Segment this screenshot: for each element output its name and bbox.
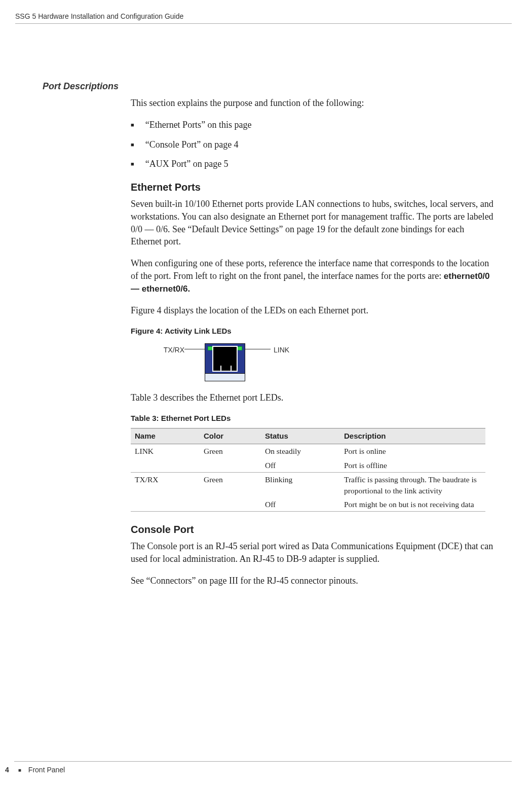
ethernet-p2: When configuring one of these ports, ref… — [131, 257, 496, 295]
bullet-text: “Ethernet Ports” on this page — [145, 119, 252, 131]
table-row: Off Port is offline — [131, 458, 485, 473]
page-footer: 4 ■ Front Panel — [5, 761, 512, 774]
ethernet-p2-pre: When configuring one of these ports, ref… — [131, 258, 489, 281]
bullet-text: “AUX Port” on page 5 — [145, 158, 229, 170]
ethernet-p1: Seven built-in 10/100 Ethernet ports pro… — [131, 198, 496, 248]
console-p2: See “Connectors” on page III for the RJ-… — [131, 575, 496, 587]
list-item: ■ “AUX Port” on page 5 — [131, 158, 496, 170]
bullet-icon: ■ — [131, 160, 134, 170]
bullet-icon: ■ — [131, 141, 134, 151]
page-number: 4 — [5, 766, 9, 774]
rj45-port-icon — [205, 343, 245, 381]
ethernet-p4: Table 3 describes the Ethernet port LEDs… — [131, 391, 496, 404]
ethernet-led-table: Name Color Status Description LINK Green… — [131, 428, 485, 512]
cell-empty — [131, 497, 200, 512]
th-status: Status — [261, 428, 340, 444]
cell-desc: Port might be on but is not receiving da… — [340, 497, 485, 512]
bullet-list: ■ “Ethernet Ports” on this page ■ “Conso… — [131, 119, 496, 170]
cell-name: LINK — [131, 444, 200, 458]
figure-line-right — [245, 349, 271, 349]
table-row: TX/RX Green Blinking Traffic is passing … — [131, 473, 485, 497]
cell-empty — [200, 458, 261, 473]
cell-status: Off — [261, 497, 340, 512]
section-heading: Port Descriptions — [43, 81, 499, 92]
th-name: Name — [131, 428, 200, 444]
figure-caption: Figure 4: Activity Link LEDs — [131, 326, 496, 337]
ethernet-p3: Figure 4 displays the location of the LE… — [131, 304, 496, 317]
list-item: ■ “Ethernet Ports” on this page — [131, 119, 496, 131]
console-heading: Console Port — [131, 523, 496, 537]
intro-text: This section explains the purpose and fu… — [131, 97, 496, 110]
table-header-row: Name Color Status Description — [131, 428, 485, 444]
figure-line-left — [184, 349, 205, 349]
th-description: Description — [340, 428, 485, 444]
cell-name: TX/RX — [131, 473, 200, 497]
footer-section: Front Panel — [28, 766, 65, 774]
figure-4: TX/RX LINK — [161, 343, 496, 381]
header-rule — [15, 23, 512, 24]
cell-desc: Traffic is passing through. The baudrate… — [340, 473, 485, 497]
rj45-jack-icon — [212, 346, 238, 372]
ethernet-heading: Ethernet Ports — [131, 181, 496, 195]
list-item: ■ “Console Port” on page 4 — [131, 138, 496, 151]
page-content: Port Descriptions This section explains … — [43, 81, 499, 596]
cell-desc: Port is online — [340, 444, 485, 458]
bullet-text: “Console Port” on page 4 — [145, 138, 239, 151]
cell-color: Green — [200, 473, 261, 497]
table-row: Off Port might be on but is not receivin… — [131, 497, 485, 512]
cell-status: Blinking — [261, 473, 340, 497]
bullet-icon: ■ — [131, 121, 134, 131]
bullet-icon: ■ — [18, 767, 21, 773]
figure-label-link: LINK — [274, 343, 289, 355]
cell-color: Green — [200, 444, 261, 458]
table-row: LINK Green On steadily Port is online — [131, 444, 485, 458]
cell-status: On steadily — [261, 444, 340, 458]
table-caption: Table 3: Ethernet Port LEDs — [131, 413, 496, 424]
figure-label-txrx: TX/RX — [161, 343, 184, 355]
footer-rule — [14, 761, 512, 762]
console-p1: The Console port is an RJ-45 serial port… — [131, 540, 496, 565]
cell-desc: Port is offline — [340, 458, 485, 473]
cell-empty — [131, 458, 200, 473]
document-header: SSG 5 Hardware Installation and Configur… — [15, 12, 183, 20]
cell-status: Off — [261, 458, 340, 473]
cell-empty — [200, 497, 261, 512]
body-block: This section explains the purpose and fu… — [131, 97, 496, 587]
th-color: Color — [200, 428, 261, 444]
